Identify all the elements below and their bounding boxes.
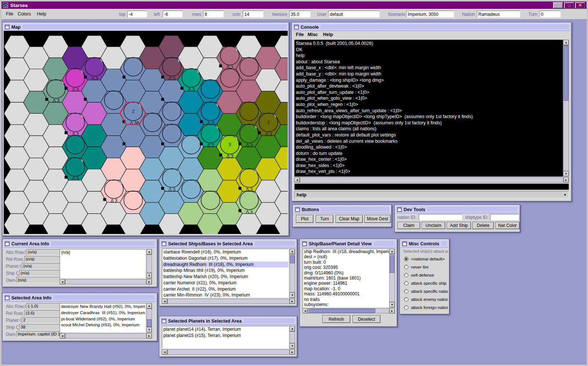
attack-policy-option[interactable]: never fire — [404, 264, 429, 270]
scroll-thumb[interactable] — [290, 255, 295, 263]
detail-list[interactable]: ship Redhorn III (#18, dreadnaught, Impe… — [302, 249, 389, 308]
vscrollbar[interactable]: ▲ ▼ — [389, 249, 395, 308]
shiptype-id-input[interactable] — [490, 214, 519, 220]
current-area-list[interactable]: (n/a) — [60, 249, 146, 278]
ships-titlebar[interactable]: Selected Ships/Bases in Selected Area — [160, 240, 296, 248]
console-output[interactable]: Starsea 0.0.5 (built 2001.05.04.0026)OKh… — [294, 40, 563, 177]
deselect-button[interactable]: Deselect — [353, 315, 380, 323]
top-input[interactable] — [127, 11, 147, 18]
radio-icon[interactable] — [404, 289, 408, 294]
scroll-left-icon[interactable]: ◄ — [162, 349, 167, 355]
menu-help[interactable]: Help — [37, 11, 46, 17]
rows-input[interactable] — [203, 11, 224, 18]
hexsize-input[interactable] — [289, 11, 311, 18]
scroll-down-icon[interactable]: ▼ — [290, 343, 295, 349]
radio-icon[interactable] — [404, 305, 408, 310]
maximize-button[interactable]: □ — [564, 2, 574, 8]
close-button[interactable]: ✕ — [575, 2, 585, 8]
move-dest-button[interactable]: Move Dest — [364, 215, 391, 223]
scroll-right-icon[interactable]: ► — [290, 299, 295, 304]
scroll-thumb[interactable] — [564, 46, 568, 101]
scroll-left-icon[interactable]: ◄ — [294, 177, 300, 182]
list-item[interactable]: planet planet14 (#14), Terran, Imperium — [162, 326, 288, 333]
list-item[interactable]: planet planet15 (#15), Terran, Imperium — [162, 333, 288, 339]
scroll-up-icon[interactable]: ▲ — [290, 326, 295, 331]
cols-input[interactable] — [243, 11, 263, 18]
vscrollbar[interactable]: ▲ ▼ — [146, 303, 152, 333]
scenario-input[interactable] — [406, 11, 454, 18]
dev-tools-titlebar[interactable]: Dev Tools — [396, 206, 519, 213]
scroll-up-icon[interactable]: ▲ — [146, 303, 152, 309]
list-item[interactable]: battlestation Dagorlad (#17), 0%, Imperi… — [162, 255, 288, 262]
turn-button[interactable]: Turn — [316, 215, 333, 223]
attack-policy-option[interactable]: attack specific nation — [404, 288, 448, 295]
scroll-up-icon[interactable]: ▲ — [389, 249, 395, 254]
radio-icon[interactable] — [404, 281, 408, 285]
vscrollbar[interactable]: ▲ ▼ — [290, 326, 295, 349]
claim-button[interactable]: Claim — [397, 222, 420, 229]
scroll-down-icon[interactable]: ▼ — [146, 327, 152, 333]
refresh-button[interactable]: Refresh — [322, 315, 350, 323]
console-menu-file[interactable]: File — [296, 32, 304, 37]
turn-input[interactable] — [539, 11, 561, 18]
scroll-down-icon[interactable]: ▼ — [563, 171, 569, 177]
left-input[interactable] — [163, 11, 183, 18]
scroll-down-icon[interactable]: ▼ — [146, 273, 152, 278]
scroll-right-icon[interactable]: ► — [146, 279, 152, 284]
attack-policy-option[interactable]: self-defense — [404, 272, 434, 278]
console-hscrollbar[interactable]: ◄ ► — [294, 177, 569, 182]
list-item[interactable]: battleship Minas Ithil (#19), 0%, Imperi… — [162, 267, 288, 274]
hscrollbar[interactable]: ◄ ► — [60, 279, 152, 284]
ships-list[interactable]: starbase Rivendell (#16), 0%, Imperiumba… — [162, 249, 289, 298]
console-history-combo[interactable]: help ▼ — [294, 191, 569, 199]
console-titlebar[interactable]: Console — [293, 24, 570, 31]
chevron-down-icon[interactable]: ▼ — [563, 193, 567, 197]
user-input[interactable] — [328, 11, 380, 18]
selected-area-list[interactable]: destroyer New Brandy Hall (#50), 0%, Imp… — [60, 303, 146, 333]
list-item[interactable]: battleship New Marish (#20), 0%, Imperiu… — [162, 274, 288, 280]
scroll-right-icon[interactable]: ► — [563, 177, 569, 182]
hscrollbar[interactable]: ◄ ► — [60, 333, 152, 338]
hscrollbar[interactable]: ◄ ► — [302, 308, 395, 313]
planets-list[interactable]: planet planet14 (#14), Terran, Imperiump… — [162, 326, 289, 349]
clear-map-button[interactable]: Clear Map — [336, 215, 363, 223]
list-item[interactable]: destroyer New Brandy Hall (#50), 0%, Imp… — [60, 303, 145, 310]
radio-icon[interactable] — [404, 265, 408, 269]
map-titlebar[interactable]: Map — [4, 24, 288, 31]
nat-color-button[interactable]: Nat Color — [495, 222, 520, 229]
scroll-thumb[interactable] — [390, 255, 394, 273]
attack-policy-option[interactable]: attack foreign nations — [404, 304, 448, 311]
list-item[interactable]: (n/a) — [60, 249, 145, 256]
scroll-right-icon[interactable]: ► — [290, 349, 295, 355]
scroll-up-icon[interactable]: ▲ — [563, 40, 569, 45]
scroll-left-icon[interactable]: ◄ — [162, 299, 167, 304]
hscrollbar[interactable]: ◄ ► — [162, 349, 295, 355]
hex-map[interactable]: Δ 3Δ 3Δ 3Δ 3Δ 3Δ 32Δ 36Δ 3Δ 3Δ 3Δ 3Δ 3Δ … — [4, 31, 288, 234]
console-menu-misc[interactable]: Misc — [308, 32, 318, 37]
list-item[interactable]: carrier Archet II (#22), 0%, Imperium — [162, 286, 288, 292]
scroll-down-icon[interactable]: ▼ — [290, 292, 295, 298]
scroll-left-icon[interactable]: ◄ — [60, 279, 65, 284]
unclaim-button[interactable]: Unclaim — [422, 222, 445, 229]
radio-icon[interactable] — [404, 297, 408, 302]
scroll-down-icon[interactable]: ▼ — [389, 302, 395, 308]
misc-titlebar[interactable]: Misc Controls — [401, 240, 448, 248]
scroll-left-icon[interactable]: ◄ — [60, 333, 65, 338]
scroll-right-icon[interactable]: ► — [146, 333, 152, 338]
scroll-thumb[interactable] — [309, 309, 375, 313]
menu-file[interactable]: File — [6, 11, 13, 17]
add-ship-button[interactable]: Add Ship — [447, 222, 471, 229]
hscrollbar[interactable]: ◄ ► — [162, 299, 295, 304]
menu-colors[interactable]: Colors — [18, 11, 31, 17]
attack-policy-option[interactable]: attack enemy nations — [404, 296, 448, 303]
list-item[interactable]: starbase Rivendell (#16), 0%, Imperium — [162, 249, 288, 255]
app-titlebar[interactable]: Starsea _ □ ✕ — [1, 1, 587, 9]
buttons-titlebar[interactable]: Buttons — [294, 206, 390, 213]
list-item[interactable]: carrier Numenor (#21), 0%, Imperium — [162, 280, 288, 286]
list-item[interactable]: carrier Min-Rimmon IV (#23), 0%, Imperiu… — [162, 292, 288, 298]
console-menu-help[interactable]: Help — [323, 32, 333, 37]
delete-button[interactable]: Delete — [472, 222, 494, 229]
nation-id-input[interactable] — [419, 214, 462, 220]
radio-icon[interactable] — [404, 257, 408, 261]
scroll-up-icon[interactable]: ▲ — [146, 249, 152, 255]
